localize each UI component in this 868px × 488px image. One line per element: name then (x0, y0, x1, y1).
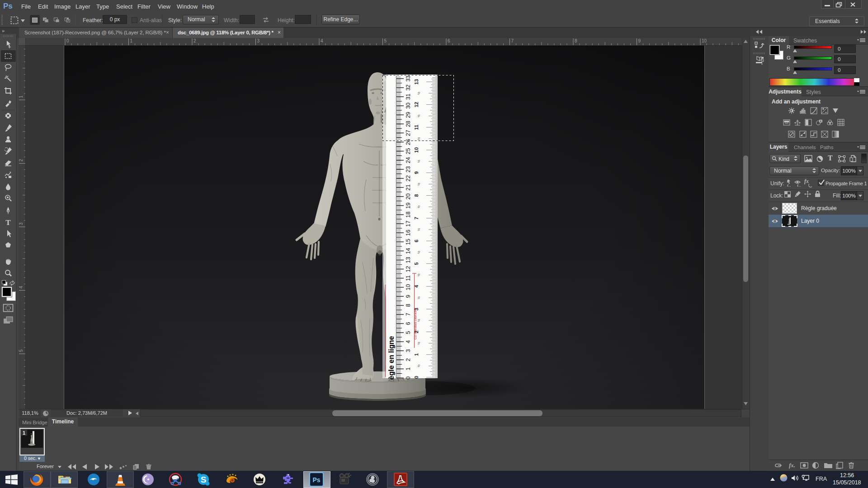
svg-text:13: 13 (405, 257, 411, 263)
svg-text:11: 11 (414, 125, 419, 130)
svg-text:½: ½ (417, 228, 421, 231)
svg-text:6: 6 (405, 322, 411, 325)
svg-text:9: 9 (638, 38, 641, 43)
svg-text:17: 17 (405, 221, 411, 227)
svg-text:Ps: Ps (312, 476, 320, 483)
svg-text:1: 1 (414, 353, 419, 356)
svg-text:7: 7 (414, 217, 419, 220)
svg-text:8: 8 (405, 304, 411, 307)
svg-text:22: 22 (405, 175, 411, 182)
svg-text:5: 5 (384, 38, 387, 43)
svg-text:½: ½ (417, 273, 421, 277)
svg-text:23: 23 (405, 166, 411, 173)
svg-text:16: 16 (405, 230, 411, 236)
svg-text:8: 8 (575, 38, 577, 43)
svg-text:CD standard Diamètre: CD standard Diamètre (413, 309, 417, 340)
svg-text:10: 10 (702, 38, 707, 43)
svg-text:5: 5 (414, 262, 419, 265)
svg-text:12: 12 (414, 102, 419, 107)
svg-text:14: 14 (405, 248, 411, 254)
svg-text:5: 5 (19, 349, 24, 352)
svg-text:6: 6 (414, 239, 419, 242)
svg-text:32: 32 (405, 84, 411, 91)
svg-text:½: ½ (417, 160, 421, 163)
svg-text:½: ½ (417, 114, 421, 117)
svg-text:2: 2 (19, 159, 24, 162)
svg-text:½: ½ (417, 319, 421, 322)
svg-text:15: 15 (405, 239, 411, 245)
svg-text:1: 1 (23, 430, 25, 436)
svg-text:0: 0 (405, 376, 411, 380)
svg-text:3: 3 (257, 38, 260, 43)
svg-text:S: S (201, 475, 207, 484)
svg-text:10: 10 (405, 284, 411, 291)
svg-text:T: T (5, 218, 11, 227)
svg-text:½: ½ (417, 183, 421, 186)
svg-text:3: 3 (414, 308, 419, 310)
svg-text:26: 26 (405, 139, 411, 145)
svg-text:31: 31 (405, 94, 411, 100)
svg-text:18: 18 (405, 211, 411, 218)
svg-text:3: 3 (405, 349, 411, 352)
svg-text:33: 33 (405, 75, 411, 82)
svg-text:½: ½ (417, 251, 421, 254)
svg-text:25: 25 (405, 148, 411, 155)
svg-text:28: 28 (405, 121, 411, 127)
svg-text:30: 30 (405, 103, 411, 109)
svg-text:13: 13 (414, 79, 419, 84)
svg-text:9: 9 (414, 171, 419, 174)
svg-text:2: 2 (405, 358, 411, 361)
svg-text:11: 11 (405, 275, 411, 281)
svg-text:½: ½ (417, 91, 421, 94)
svg-text:29: 29 (405, 112, 411, 118)
svg-text:0: 0 (66, 38, 69, 43)
svg-text:10: 10 (414, 147, 419, 153)
svg-text:½: ½ (417, 205, 421, 208)
svg-text:4: 4 (414, 285, 419, 288)
svg-text:9: 9 (405, 295, 411, 298)
svg-text:8: 8 (414, 194, 419, 197)
svg-text:3: 3 (19, 222, 24, 225)
svg-text:4: 4 (321, 38, 323, 43)
svg-text:1: 1 (19, 95, 24, 98)
svg-text:7: 7 (511, 38, 514, 43)
svg-text:½: ½ (417, 364, 421, 367)
svg-text:19: 19 (405, 202, 411, 209)
svg-text:½: ½ (417, 137, 421, 140)
svg-text:6: 6 (448, 38, 450, 43)
svg-text:5: 5 (405, 331, 411, 334)
svg-text:1: 1 (405, 367, 411, 371)
svg-text:2: 2 (414, 330, 419, 333)
svg-text:2: 2 (193, 38, 196, 43)
svg-text:0: 0 (414, 376, 419, 379)
svg-text:12: 12 (405, 266, 411, 272)
svg-text:ègle en ligne: ègle en ligne (387, 336, 395, 380)
svg-text:20: 20 (405, 193, 411, 200)
svg-text:½: ½ (417, 342, 421, 345)
svg-text:4: 4 (405, 340, 411, 343)
svg-text:½: ½ (417, 296, 421, 299)
svg-text:1: 1 (130, 38, 133, 43)
svg-text:21: 21 (405, 184, 411, 191)
svg-text:4: 4 (19, 286, 24, 289)
svg-text:27: 27 (405, 130, 411, 136)
svg-text:24: 24 (405, 157, 411, 164)
svg-text:7: 7 (405, 313, 411, 316)
